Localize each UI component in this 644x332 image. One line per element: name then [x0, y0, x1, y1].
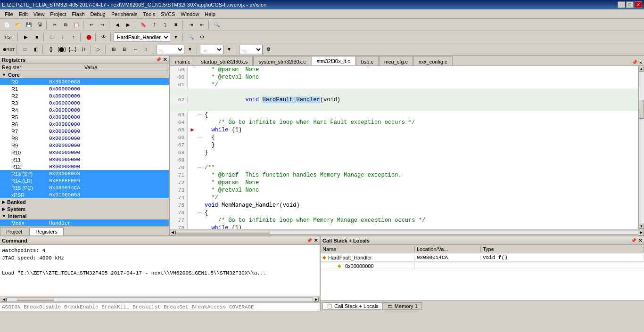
command-close-icon[interactable]: ✕: [314, 238, 318, 243]
find-button[interactable]: 🔍: [212, 20, 222, 30]
menu-item-file[interactable]: File: [2, 10, 16, 18]
extra-btn1[interactable]: 🔍: [186, 32, 196, 42]
vscroll-up[interactable]: ▲: [639, 66, 644, 72]
fold-63[interactable]: ─: [197, 111, 203, 119]
reset-button[interactable]: RST: [2, 32, 16, 42]
reg-r10[interactable]: R10 0x00000000: [0, 149, 169, 156]
menu-item-project[interactable]: Project: [47, 10, 69, 18]
code-hscroll[interactable]: ◀ ▶: [170, 229, 644, 235]
command-input[interactable]: [0, 303, 320, 311]
tb3-btn7[interactable]: ⟨⟩: [78, 45, 89, 54]
reg-r8[interactable]: R8 0x00000000: [0, 135, 169, 142]
bookmark-prev-button[interactable]: ⤴: [149, 20, 159, 30]
tab-memory1[interactable]: 🗃 Memory 1: [384, 302, 422, 310]
zoom-btn[interactable]: ▼: [224, 45, 234, 54]
reg-r0[interactable]: R0 0x80000088: [0, 78, 169, 85]
vscroll-track[interactable]: [639, 72, 644, 223]
maximize-button[interactable]: □: [626, 1, 634, 8]
reg-r1[interactable]: R1 0x00000000: [0, 85, 169, 92]
open-file-button[interactable]: 📂: [13, 20, 23, 30]
misc-dropdown[interactable]: ...: [239, 45, 263, 54]
dropdown-go-button[interactable]: ▼: [171, 32, 181, 42]
fold-66[interactable]: ─: [197, 134, 203, 141]
save-button[interactable]: 💾: [24, 20, 34, 30]
tb3-btn5[interactable]: {⬤}: [57, 45, 67, 54]
tb3-btn9[interactable]: ⊞: [108, 45, 119, 54]
function-dropdown[interactable]: HardFault_Handler: [114, 32, 170, 42]
reg-r14[interactable]: R14 (LR) 0xFFFFFFF9: [0, 177, 169, 184]
tab-bsp[interactable]: bsp.c: [356, 56, 379, 65]
command-input-area[interactable]: [0, 302, 320, 311]
zoom-dropdown[interactable]: ...: [200, 45, 223, 54]
reg-r5[interactable]: R5 0x00000000: [0, 113, 169, 121]
tab-stm32-it[interactable]: stm32f30x_it.c: [312, 56, 355, 65]
menu-item-help[interactable]: Help: [202, 10, 218, 18]
misc-btn[interactable]: ⚙: [263, 45, 273, 54]
watch-button[interactable]: 👁: [99, 32, 109, 42]
tab-callstack[interactable]: 📋 Call Stack + Locals: [322, 302, 383, 310]
bookmark-next-button[interactable]: ⤵: [160, 20, 170, 30]
menu-item-tools[interactable]: Tools: [140, 10, 158, 18]
registers-close-icon[interactable]: ✕: [163, 57, 167, 62]
breakpoint-button[interactable]: ⬤: [83, 32, 94, 42]
reg-r13[interactable]: R13 (SP) 0x2000B068: [0, 170, 169, 177]
tb3-btn6[interactable]: {…}: [67, 45, 78, 54]
tab-mcu-cfg[interactable]: mcu_cfg.c: [379, 56, 413, 65]
run-button[interactable]: ▶: [21, 32, 31, 42]
step-out-button[interactable]: ↑: [68, 32, 79, 42]
cmd-hscroll-track[interactable]: [7, 298, 313, 301]
cs-row-hardfault[interactable]: ◆ HardFault_Handler 0x080014CA void f(): [321, 253, 644, 262]
step-over-button[interactable]: ⬚: [47, 32, 57, 42]
reg-r7[interactable]: R7 0x00000000: [0, 128, 169, 135]
fold-70[interactable]: ─: [197, 164, 203, 171]
nav-back-button[interactable]: ◀: [112, 20, 123, 30]
menu-item-debug[interactable]: Debug: [88, 10, 108, 18]
tabs-pin-icon[interactable]: 📌: [632, 60, 637, 65]
nav-fwd-button[interactable]: ▶: [123, 20, 133, 30]
hscroll-track[interactable]: [175, 231, 638, 235]
reg-r3[interactable]: R3 0x00000000: [0, 99, 169, 106]
internal-group[interactable]: ▼ Internal: [0, 212, 169, 219]
command-pin-icon[interactable]: 📌: [306, 238, 312, 243]
undo-button[interactable]: ↩: [86, 20, 97, 30]
cut-button[interactable]: ✂: [50, 20, 60, 30]
tb3-btn8[interactable]: ▷: [93, 45, 104, 54]
menu-item-edit[interactable]: Edit: [16, 10, 31, 18]
cmd-hscroll-left[interactable]: ◀: [1, 297, 7, 302]
callstack-close-icon[interactable]: ✕: [638, 238, 642, 243]
tb3-btn1[interactable]: ⏺RST: [2, 45, 15, 54]
extra-btn2[interactable]: ⚙: [197, 32, 207, 42]
tb3-btn3[interactable]: ◧: [31, 45, 41, 54]
reg-r2[interactable]: R2 0x00000000: [0, 92, 169, 99]
bookmark-clear-button[interactable]: ✖: [171, 20, 181, 30]
redo-button[interactable]: ↪: [97, 20, 107, 30]
tb3-btn2[interactable]: □: [20, 45, 30, 54]
registers-content[interactable]: ▼ Core R0 0x80000088 R1 0x00000000 R2 0x…: [0, 71, 169, 226]
menu-item-view[interactable]: View: [31, 10, 48, 18]
fold-76[interactable]: ─: [197, 209, 203, 217]
hscroll-left[interactable]: ◀: [170, 230, 175, 235]
tb3-btn12[interactable]: ↕: [141, 45, 151, 54]
tb3-btn10[interactable]: ⊟: [119, 45, 130, 54]
cs-row-addr[interactable]: ◆ 0x00000000: [321, 262, 644, 270]
menu-item-svcs[interactable]: SVCS: [158, 10, 178, 18]
code-area[interactable]: 59 * @param None 60 * @retval None 61: [170, 66, 644, 229]
copy-button[interactable]: ⧉: [60, 20, 71, 30]
new-file-button[interactable]: 📄: [2, 20, 12, 30]
command-hscroll[interactable]: ◀ ▶: [0, 296, 320, 302]
reg-r15[interactable]: R15 (PC) 0x080014CA: [0, 184, 169, 191]
paste-button[interactable]: 📋: [71, 20, 82, 30]
close-button[interactable]: ✕: [635, 1, 642, 8]
stop-button[interactable]: ■: [32, 32, 42, 42]
system-group[interactable]: ▶ System: [0, 205, 169, 212]
reg-mode[interactable]: Mode Handler: [0, 219, 169, 226]
code-vscroll[interactable]: ▲ ▼: [638, 66, 644, 229]
tab-registers[interactable]: Registers: [29, 227, 63, 235]
tab-project[interactable]: Project: [0, 227, 28, 235]
hscroll-thumb[interactable]: [176, 231, 270, 234]
menu-item-flash[interactable]: Flash: [69, 10, 88, 18]
tab-xxx-config[interactable]: xxx_config.c: [413, 56, 453, 65]
reg-r4[interactable]: R4 0x00000000: [0, 106, 169, 113]
reg-r12[interactable]: R12 0x00000000: [0, 163, 169, 170]
view-dropdown[interactable]: ...: [156, 45, 184, 54]
